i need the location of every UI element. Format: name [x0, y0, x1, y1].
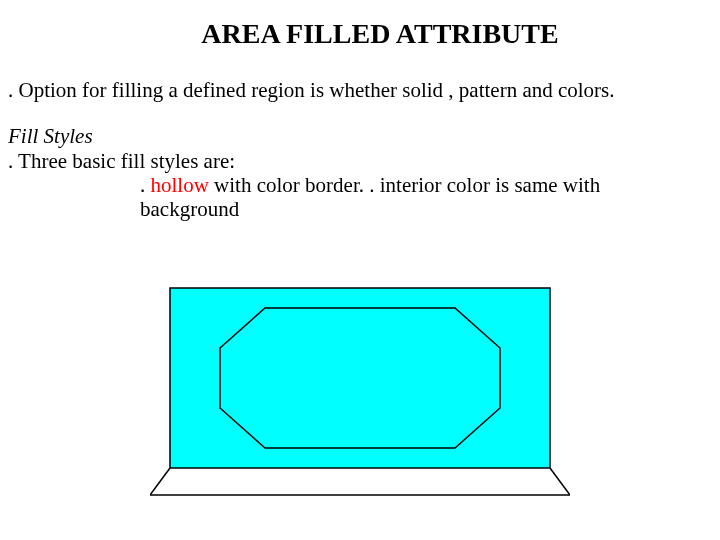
hollow-fill-figure: [150, 285, 570, 510]
page-title: AREA FILLED ATTRIBUTE: [0, 0, 720, 50]
hollow-keyword: hollow: [151, 173, 209, 197]
fill-styles-intro-line: . Three basic fill styles are:: [0, 149, 720, 173]
fill-styles-heading: Fill Styles: [0, 124, 720, 149]
slide-page: AREA FILLED ATTRIBUTE . Option for filli…: [0, 0, 720, 540]
stand-right-line: [550, 468, 570, 495]
bullet-prefix: .: [140, 173, 151, 197]
intro-text: . Option for filling a defined region is…: [0, 78, 720, 102]
background-rect: [170, 288, 550, 468]
hollow-style-description: . hollow with color border. . interior c…: [0, 173, 720, 221]
bullet-rest-b: background: [140, 197, 239, 221]
bullet-rest-a: with color border. . interior color is s…: [209, 173, 600, 197]
stand-left-line: [150, 468, 170, 495]
